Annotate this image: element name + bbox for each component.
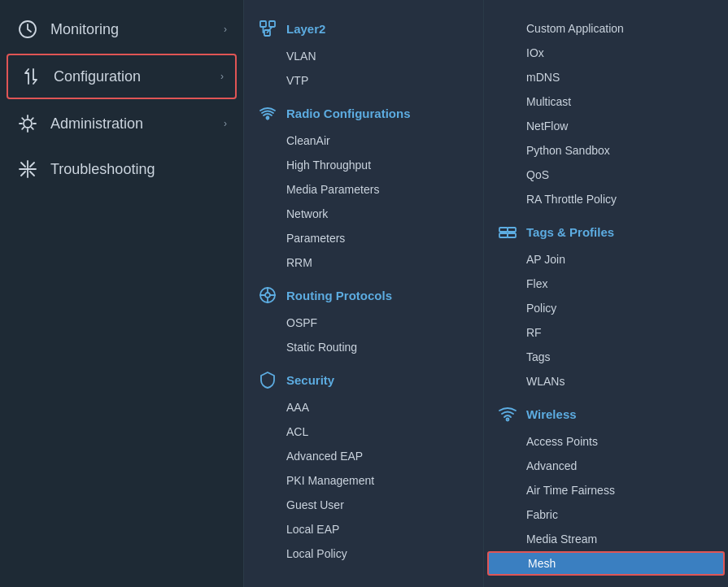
menu-mesh[interactable]: Mesh <box>487 551 725 576</box>
sidebar-item-monitoring[interactable]: Monitoring › <box>0 7 243 52</box>
menu-media-parameters[interactable]: Media Parameters <box>244 177 483 202</box>
menu-local-eap[interactable]: Local EAP <box>244 517 483 541</box>
menu-python-sandbox[interactable]: Python Sandbox <box>484 138 728 163</box>
sidebar-item-administration[interactable]: Administration › <box>0 101 243 146</box>
menu-vlan[interactable]: VLAN <box>244 44 483 68</box>
menu-acl[interactable]: ACL <box>244 420 483 444</box>
svg-rect-3 <box>269 21 275 27</box>
menu-ospf[interactable]: OSPF <box>244 311 483 335</box>
monitoring-label: Monitoring <box>50 21 212 38</box>
tags-icon <box>497 221 518 242</box>
menu-policy[interactable]: Policy <box>484 296 728 320</box>
menu-rrm[interactable]: RRM <box>244 250 483 275</box>
menu-qos[interactable]: QoS <box>484 163 728 187</box>
troubleshooting-label: Troubleshooting <box>50 161 227 178</box>
menu-custom-application[interactable]: Custom Application <box>484 16 728 41</box>
menu-cleanair[interactable]: CleanAir <box>244 128 483 153</box>
menu-flex[interactable]: Flex <box>484 272 728 296</box>
section-layer2-header: Layer2 <box>244 8 483 44</box>
routing-title: Routing Protocols <box>286 289 392 302</box>
menu-wlans[interactable]: WLANs <box>484 369 728 394</box>
section-wireless-header: Wireless <box>484 394 728 429</box>
svg-rect-11 <box>508 233 516 237</box>
middle-column: Layer2 VLAN VTP Radio Configurations Cle… <box>244 0 484 587</box>
menu-rf[interactable]: RF <box>484 320 728 345</box>
layer2-icon <box>257 18 278 39</box>
menu-media-stream[interactable]: Media Stream <box>484 527 728 551</box>
section-tags-header: Tags & Profiles <box>484 211 728 247</box>
svg-rect-2 <box>260 21 266 27</box>
sidebar-item-troubleshooting[interactable]: Troubleshooting <box>0 146 243 192</box>
right-column: Custom Application IOx mDNS Multicast Ne… <box>484 0 728 587</box>
security-icon <box>257 369 278 390</box>
menu-ap-join[interactable]: AP Join <box>484 247 728 272</box>
monitoring-chevron: › <box>224 24 227 35</box>
menu-iox[interactable]: IOx <box>484 41 728 65</box>
layer2-title: Layer2 <box>286 22 325 36</box>
menu-high-throughput[interactable]: High Throughput <box>244 153 483 177</box>
security-title: Security <box>286 373 334 387</box>
menu-guest-user[interactable]: Guest User <box>244 493 483 517</box>
configuration-label: Configuration <box>54 68 209 85</box>
section-security-header: Security <box>244 359 483 395</box>
menu-access-points[interactable]: Access Points <box>484 429 728 454</box>
svg-point-1 <box>24 120 32 128</box>
menu-pki-management[interactable]: PKI Management <box>244 468 483 493</box>
svg-rect-8 <box>499 228 508 232</box>
menu-vtp[interactable]: VTP <box>244 68 483 93</box>
administration-label: Administration <box>50 115 212 133</box>
wireless-icon <box>497 403 518 424</box>
menu-air-time-fairness[interactable]: Air Time Fairness <box>484 478 728 502</box>
menu-aaa[interactable]: AAA <box>244 395 483 420</box>
wireless-title: Wireless <box>526 407 577 421</box>
menu-network[interactable]: Network <box>244 202 483 226</box>
radio-icon <box>257 102 278 124</box>
menu-ra-throttle-policy[interactable]: RA Throttle Policy <box>484 187 728 211</box>
administration-chevron: › <box>224 118 227 129</box>
sidebar-item-configuration[interactable]: Configuration › <box>7 54 237 99</box>
configuration-chevron: › <box>220 71 224 82</box>
menu-local-policy[interactable]: Local Policy <box>244 541 483 566</box>
section-routing-header: Routing Protocols <box>244 275 483 311</box>
menu-advanced-eap[interactable]: Advanced EAP <box>244 444 483 468</box>
svg-rect-9 <box>499 233 508 237</box>
svg-rect-10 <box>508 228 516 232</box>
menu-fabric[interactable]: Fabric <box>484 502 728 527</box>
routing-icon <box>257 285 278 306</box>
menu-parameters[interactable]: Parameters <box>244 226 483 250</box>
svg-point-12 <box>507 419 509 421</box>
menu-static-routing[interactable]: Static Routing <box>244 335 483 359</box>
tags-title: Tags & Profiles <box>526 225 614 239</box>
sidebar: Monitoring › Configuration › Administrat… <box>0 0 244 587</box>
administration-icon <box>16 112 39 135</box>
monitoring-icon <box>16 18 39 41</box>
menu-mdns[interactable]: mDNS <box>484 65 728 89</box>
menu-tags[interactable]: Tags <box>484 345 728 369</box>
radio-title: Radio Configurations <box>286 107 411 120</box>
troubleshooting-icon <box>16 158 39 180</box>
menu-advanced[interactable]: Advanced <box>484 454 728 478</box>
menu-multicast[interactable]: Multicast <box>484 89 728 114</box>
configuration-icon <box>20 65 42 88</box>
menu-netflow[interactable]: NetFlow <box>484 114 728 138</box>
section-radio-header: Radio Configurations <box>244 93 483 128</box>
